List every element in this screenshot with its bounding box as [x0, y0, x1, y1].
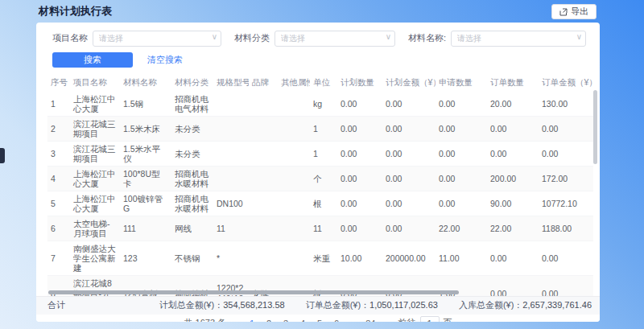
- cell-brand: [249, 166, 278, 191]
- cell-attrs: [278, 116, 310, 141]
- cell-project: 太空电梯-月球项目: [70, 216, 120, 241]
- cell-order_qty: 0.00: [487, 116, 539, 141]
- cell-order_amount: 130.00: [539, 92, 593, 117]
- summary-items: 计划总金额(¥)：354,568,213.58订单总金额(¥)：1,050,11…: [159, 299, 592, 311]
- page-number-3[interactable]: 3: [281, 319, 291, 323]
- project-name-select[interactable]: [93, 31, 221, 47]
- table-row: 5上海松江中心大厦100镀锌管G招商机电水暖材料DN100根0.000.000.…: [47, 191, 593, 216]
- cell-brand: [249, 191, 278, 216]
- clear-search-link[interactable]: 清空搜索: [147, 54, 183, 66]
- cell-order_amount: 0.00: [539, 276, 593, 296]
- cell-spec: [213, 116, 249, 141]
- cell-plan_amount: 0.00: [382, 116, 436, 141]
- cell-plan_qty: 0.00: [337, 92, 382, 117]
- table-row: 3滨江花城三期项目1.5米水平仪未分类10.000.000.000.000.00: [47, 141, 593, 166]
- summary-total-label: 合计: [47, 299, 65, 311]
- horizontal-scrollbar-thumb[interactable]: [48, 290, 459, 294]
- cell-category: 招商机电水暖材料: [171, 191, 213, 216]
- cell-plan_qty: 0.00: [337, 191, 382, 216]
- filter-material-label: 材料名称:: [408, 32, 446, 44]
- cell-plan_amount: 0.00: [382, 141, 436, 166]
- col-header-spec: 规格型号: [213, 74, 249, 92]
- cell-plan_amount: 0.00: [382, 216, 436, 241]
- cell-no: 5: [47, 191, 70, 216]
- goto-page-input[interactable]: [420, 316, 440, 322]
- cell-apply_qty: 0.00: [436, 166, 487, 191]
- filter-category: 材料分类 ∨: [234, 30, 395, 47]
- filter-category-label: 材料分类: [234, 32, 270, 44]
- cell-unit: 米重: [310, 241, 337, 276]
- cell-order_qty: 0.00: [487, 276, 539, 296]
- cell-plan_amount: 0.00: [382, 92, 436, 117]
- cell-order_amount: 172.00: [539, 166, 593, 191]
- next-page-icon[interactable]: ›: [383, 318, 386, 323]
- cell-spec: 11: [213, 216, 249, 241]
- goto-page: 前往 页: [398, 316, 452, 322]
- cell-attrs: [278, 141, 310, 166]
- cell-order_amount: 1188.00: [539, 216, 593, 241]
- vertical-scrollbar-thumb[interactable]: [593, 90, 597, 164]
- table-row: 4上海松江中心大厦100*8U型卡招商机电水暖材料个0.000.000.0020…: [47, 166, 593, 191]
- cell-brand: [249, 92, 278, 117]
- page-number-6[interactable]: 6: [332, 319, 341, 323]
- cell-material: 1.5米水平仪: [120, 141, 171, 166]
- cell-unit: 11: [310, 216, 337, 241]
- cell-material: 123: [120, 241, 171, 276]
- cell-spec: [213, 166, 249, 191]
- cell-order_amount: 0.00: [539, 141, 593, 166]
- col-header-brand: 品牌: [249, 74, 278, 92]
- search-button[interactable]: 搜索: [52, 52, 133, 68]
- col-header-apply_qty: 申请数量: [436, 74, 487, 92]
- cell-project: 上海松江中心大厦: [70, 191, 120, 216]
- col-header-order_qty: 订单数量: [487, 74, 539, 92]
- cell-plan_qty: 0.00: [337, 141, 382, 166]
- page-number-4[interactable]: 4: [298, 319, 308, 323]
- cell-order_amount: 0.00: [539, 241, 593, 276]
- cell-attrs: [278, 241, 310, 276]
- page-ellipsis: ...: [349, 319, 358, 323]
- table-container: 序号项目名称材料名称材料分类规格型号品牌其他属性单位计划数量计划金额（¥）申请数…: [36, 74, 600, 296]
- cell-apply_qty: 0.00: [436, 92, 487, 117]
- cell-spec: [213, 141, 249, 166]
- cell-no: 3: [47, 141, 70, 166]
- col-header-plan_amount: 计划金额（¥）: [382, 74, 436, 92]
- prev-page-icon[interactable]: ‹: [237, 318, 240, 323]
- cell-project: 上海松江中心大厦: [70, 92, 120, 117]
- material-category-select[interactable]: [275, 31, 395, 47]
- export-button[interactable]: 导出: [551, 4, 597, 19]
- page-title: 材料计划执行表: [39, 4, 112, 19]
- cell-material: 111: [120, 216, 171, 241]
- cell-attrs: [278, 216, 310, 241]
- cell-no: 4: [47, 166, 70, 191]
- col-header-order_amount: 订单金额（¥）: [539, 74, 593, 92]
- cell-spec: [213, 92, 249, 117]
- material-name-select[interactable]: [451, 31, 586, 47]
- page-number-84[interactable]: 84: [365, 319, 375, 323]
- cell-order_qty: 22.00: [487, 216, 539, 241]
- cell-category: 招商机电电气材料: [171, 92, 213, 117]
- cell-project: 南侧盛达大学生公寓新建: [70, 241, 120, 276]
- cell-category: 招商机电水暖材料: [171, 166, 213, 191]
- cell-material: 1.5钢: [120, 92, 171, 117]
- filter-project: 项目名称 ∨: [52, 30, 221, 47]
- cell-apply_qty: 22.00: [436, 216, 487, 241]
- cell-plan_qty: 0.00: [337, 216, 382, 241]
- cell-plan_amount: 0.00: [382, 191, 436, 216]
- sidebar-collapse-handle[interactable]: [0, 148, 5, 163]
- filter-project-label: 项目名称: [52, 32, 88, 44]
- cell-unit: kg: [310, 92, 337, 117]
- page-number-2[interactable]: 2: [264, 319, 274, 323]
- cell-order_qty: 90.00: [487, 191, 539, 216]
- cell-order_amount: 10772.10: [539, 191, 593, 216]
- cell-attrs: [278, 92, 310, 117]
- cell-spec: *: [213, 241, 249, 276]
- cell-order_qty: 200.00: [487, 166, 539, 191]
- cell-plan_amount: 200000.00: [382, 241, 436, 276]
- table-body: 1上海松江中心大厦1.5钢招商机电电气材料kg0.000.000.0020.00…: [47, 92, 593, 296]
- cell-order_qty: 20.00: [487, 92, 539, 117]
- page-number-5[interactable]: 5: [315, 319, 324, 323]
- col-header-no: 序号: [47, 74, 70, 92]
- cell-order_qty: 0.00: [487, 241, 539, 276]
- col-header-project: 项目名称: [70, 74, 120, 92]
- page-number-1[interactable]: 1: [247, 319, 257, 323]
